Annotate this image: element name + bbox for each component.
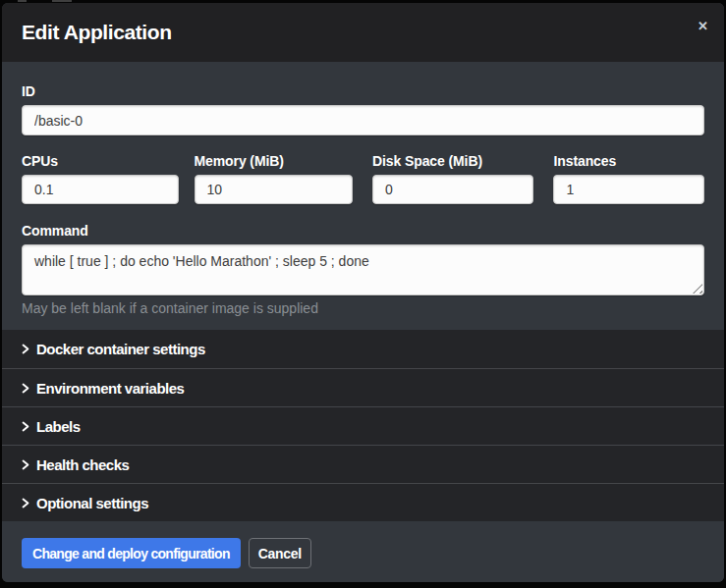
chevron-right-icon: [22, 420, 29, 433]
command-field-group: Command while [ true ] ; do echo 'Hello …: [22, 224, 704, 315]
section-label: Health checks: [36, 456, 129, 473]
modal-body: ID CPUs Memory (MiB) Disk Space (MiB) In…: [2, 62, 724, 315]
instances-input[interactable]: [553, 175, 704, 204]
command-label: Command: [22, 224, 704, 238]
edit-application-modal: Edit Application ✕ ID CPUs Memory (MiB) …: [2, 3, 724, 582]
chevron-right-icon: [22, 458, 29, 471]
close-icon[interactable]: ✕: [698, 20, 708, 32]
disk-input[interactable]: [372, 175, 533, 204]
modal-title: Edit Application: [22, 21, 172, 44]
command-help-text: May be left blank if a container image i…: [22, 301, 704, 315]
background-artifact: [52, 0, 72, 2]
chevron-right-icon: [22, 382, 29, 395]
section-labels[interactable]: Labels: [2, 406, 724, 445]
cancel-button[interactable]: Cancel: [249, 538, 311, 568]
instances-field-group: Instances: [553, 154, 704, 204]
modal-footer: Change and deploy configuration Cancel: [2, 521, 724, 582]
cpus-input[interactable]: [22, 175, 179, 204]
section-docker-container-settings[interactable]: Docker container settings: [2, 330, 724, 368]
cpus-label: CPUs: [22, 154, 179, 168]
id-field-group: ID: [22, 84, 704, 135]
modal-header: Edit Application ✕: [2, 3, 724, 62]
disk-label: Disk Space (MiB): [372, 154, 533, 168]
section-label: Optional settings: [36, 495, 148, 511]
section-optional-settings[interactable]: Optional settings: [2, 483, 724, 521]
memory-input[interactable]: [195, 175, 354, 204]
section-label: Labels: [36, 418, 81, 435]
change-and-deploy-button[interactable]: Change and deploy configuration: [22, 538, 241, 568]
chevron-right-icon: [22, 343, 29, 355]
disk-field-group: Disk Space (MiB): [372, 154, 533, 204]
instances-label: Instances: [553, 154, 704, 168]
chevron-right-icon: [22, 497, 29, 509]
memory-field-group: Memory (MiB): [195, 154, 354, 204]
section-health-checks[interactable]: Health checks: [2, 445, 724, 483]
cpus-field-group: CPUs: [22, 154, 179, 204]
id-input[interactable]: [22, 105, 704, 135]
section-label: Environment variables: [36, 380, 184, 397]
command-textarea[interactable]: while [ true ] ; do echo 'Hello Marathon…: [22, 244, 704, 295]
memory-label: Memory (MiB): [195, 154, 354, 168]
id-label: ID: [22, 84, 704, 98]
background-artifact: [18, 0, 27, 2]
resources-row: CPUs Memory (MiB) Disk Space (MiB) Insta…: [22, 154, 704, 204]
section-environment-variables[interactable]: Environment variables: [2, 368, 724, 406]
accordion-sections: Docker container settings Environment va…: [2, 330, 724, 521]
section-label: Docker container settings: [36, 341, 205, 357]
